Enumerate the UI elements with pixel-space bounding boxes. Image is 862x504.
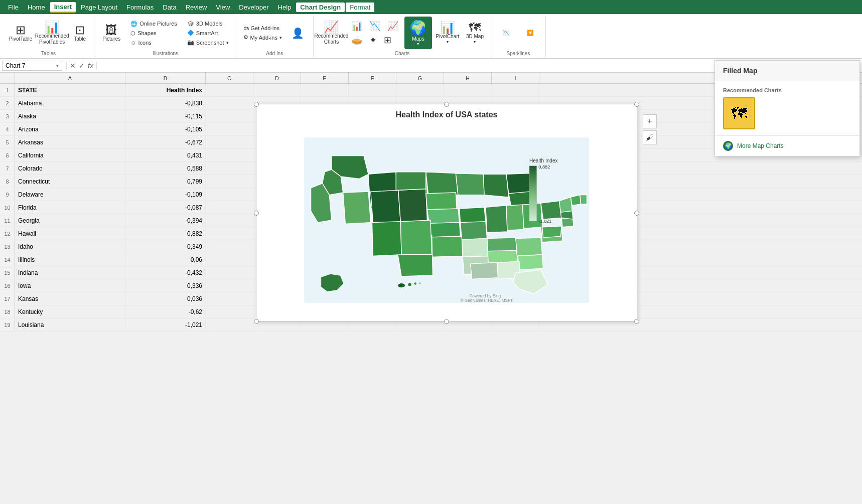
cell-a15[interactable]: Indiana [15,266,125,279]
menu-developer[interactable]: Developer [235,3,272,12]
cell-c5[interactable] [206,136,253,148]
table-button[interactable]: ⊡ Table [69,22,91,44]
smartart-button[interactable]: 🔷 SmartArt [184,29,232,37]
cell-b1[interactable]: Health Index [125,84,206,96]
menu-review[interactable]: Review [182,3,211,12]
cell-a5[interactable]: Arkansas [15,136,125,148]
cell-c8[interactable] [206,175,253,188]
cell-c10[interactable] [206,201,253,214]
menu-chartdesign[interactable]: Chart Design [296,3,345,12]
menu-format[interactable]: Format [346,3,374,12]
col-header-d[interactable]: D [253,73,301,83]
cell-a10[interactable]: Florida [15,201,125,214]
col-header-b[interactable]: B [125,73,206,83]
cell-a19[interactable]: Louisiana [15,318,125,331]
cell-c13[interactable] [206,240,253,253]
scatter-chart-button[interactable]: ✦ [366,34,380,47]
cell-b13[interactable]: 0,349 [125,240,206,253]
cell-b10[interactable]: -0,087 [125,201,206,214]
cell-b12[interactable]: 0,882 [125,227,206,240]
maps-button[interactable]: 🌍 Maps ▾ [404,17,432,49]
menu-help[interactable]: Help [274,3,296,12]
cell-c9[interactable] [206,188,253,201]
line-chart-button[interactable]: 📈 [384,20,401,33]
bar-chart-button[interactable]: 📉 [366,20,383,33]
cell-c1[interactable] [206,84,253,96]
col-header-h[interactable]: H [444,73,492,83]
cell-b17[interactable]: 0,036 [125,292,206,305]
chart-styles-button[interactable]: 🖌 [643,130,657,144]
3dmodels-button[interactable]: 🎲 3D Models [184,19,232,28]
cell-h1[interactable] [444,84,492,96]
cell-b4[interactable]: -0,105 [125,123,206,135]
cell-b19[interactable]: -1,021 [125,318,206,331]
cell-b11[interactable]: -0,394 [125,214,206,227]
name-box-dropdown[interactable]: ▾ [56,63,59,68]
menu-file[interactable]: File [4,3,23,12]
cell-a6[interactable]: California [15,149,125,161]
cell-g1[interactable] [396,84,444,96]
pivotchart-button[interactable]: 📊 PivotChart ▾ [435,20,460,46]
cell-c3[interactable] [206,110,253,122]
cell-b9[interactable]: -0,109 [125,188,206,201]
cell-f1[interactable] [349,84,396,96]
cell-b8[interactable]: 0,799 [125,175,206,188]
cell-a3[interactable]: Alaska [15,110,125,122]
cell-b5[interactable]: -0,672 [125,136,206,148]
myadd-button[interactable]: ⚙ My Add-ins ▾ [240,33,285,42]
cell-a17[interactable]: Kansas [15,292,125,305]
shapes-button[interactable]: ⬡ Shapes [127,29,180,38]
menu-data[interactable]: Data [159,3,180,12]
menu-insert[interactable]: Insert [50,2,76,13]
cell-b14[interactable]: 0,06 [125,253,206,266]
get-addins-button[interactable]: 🛍 Get Add-ins [240,24,285,32]
chart-container[interactable]: + 🖌 Health Index of USA states [256,104,637,322]
more-charts-button[interactable]: ⊞ [381,34,394,47]
cell-c15[interactable] [206,266,253,279]
recommended-pivottables-button[interactable]: 📊 Recommended PivotTables [38,19,66,47]
sparklines-button[interactable]: 📉 [495,28,517,38]
chart-elements-button[interactable]: + [643,114,657,128]
resize-handle-tl[interactable] [254,102,259,107]
cell-i1[interactable] [492,84,539,96]
pictures-button[interactable]: 🖼 Pictures [99,22,123,44]
resize-handle-tc[interactable] [444,102,449,107]
cell-b18[interactable]: -0,62 [125,305,206,318]
3dmap-button[interactable]: 🗺 3D Map ▾ [463,20,487,46]
col-header-a[interactable]: A [15,73,125,83]
col-header-i[interactable]: I [492,73,539,83]
cell-b3[interactable]: -0,115 [125,110,206,122]
column-chart-button[interactable]: 📊 [348,20,365,33]
cell-c14[interactable] [206,253,253,266]
col-header-g[interactable]: G [396,73,444,83]
cell-b7[interactable]: 0,588 [125,162,206,175]
more-map-charts-button[interactable]: 🌍 More Map Charts [715,135,859,156]
cell-b15[interactable]: -0,432 [125,266,206,279]
cell-b16[interactable]: 0,336 [125,279,206,292]
cell-e1[interactable] [301,84,349,96]
col-header-f[interactable]: F [349,73,396,83]
cell-b2[interactable]: -0,838 [125,97,206,109]
recommended-charts-button[interactable]: 📈 Recommended Charts [318,19,345,47]
pivottable-button[interactable]: ⊞ PivotTable [6,22,35,44]
cell-d1[interactable] [253,84,301,96]
menu-formulas[interactable]: Formulas [122,3,158,12]
cell-c18[interactable] [206,305,253,318]
cell-a12[interactable]: Hawaii [15,227,125,240]
cell-c2[interactable] [206,97,253,109]
cell-c11[interactable] [206,214,253,227]
cell-a11[interactable]: Georgia [15,214,125,227]
cell-c7[interactable] [206,162,253,175]
menu-view[interactable]: View [212,3,234,12]
cell-a9[interactable]: Delaware [15,188,125,201]
menu-pagelayout[interactable]: Page Layout [77,3,121,12]
filters-button[interactable]: 🔽 [519,28,541,38]
icons-button[interactable]: ☺ Icons [127,39,180,47]
cell-c12[interactable] [206,227,253,240]
cell-a7[interactable]: Colorado [15,162,125,175]
insert-function-icon[interactable]: fx [88,62,93,70]
col-header-e[interactable]: E [301,73,349,83]
cell-c19[interactable] [206,318,253,331]
online-pictures-button[interactable]: 🌐 Online Pictures [127,20,180,28]
cell-a16[interactable]: Iowa [15,279,125,292]
